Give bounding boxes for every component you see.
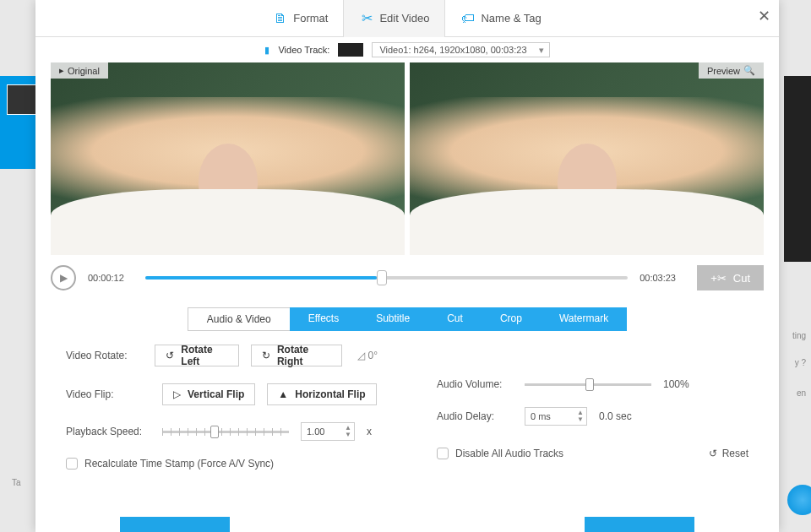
original-pane: ▸ Original xyxy=(51,62,405,255)
tab-label: Format xyxy=(293,12,328,24)
delay-seconds: 0.0 sec xyxy=(599,410,632,422)
track-thumbnail xyxy=(338,43,363,57)
convert-knob[interactable] xyxy=(787,485,811,515)
recalc-label: Recalculate Time Stamp (Force A/V Sync) xyxy=(84,458,274,470)
rotate-left-icon: ↺ xyxy=(166,350,174,361)
subtab-crop[interactable]: Crop xyxy=(482,307,541,331)
tab-name-tag[interactable]: 🏷 Name & Tag xyxy=(445,0,556,37)
right-column: Audio Volume: 100% Audio Delay: 0 ms▲▼ 0… xyxy=(437,345,748,470)
recalc-checkbox[interactable]: Recalculate Time Stamp (Force A/V Sync) xyxy=(66,458,378,470)
speed-input[interactable]: 1.00▲▼ xyxy=(301,422,355,441)
close-icon[interactable]: ✕ xyxy=(758,7,770,25)
angle-icon: ◿ xyxy=(357,350,365,361)
delay-input[interactable]: 0 ms▲▼ xyxy=(525,407,587,426)
track-value: Video1: h264, 1920x1080, 00:03:23 xyxy=(379,45,526,55)
left-column: Video Rotate: ↺Rotate Left ↻Rotate Right… xyxy=(66,345,378,470)
scissors-icon: +✂ xyxy=(710,272,727,285)
vflip-icon: ▷ xyxy=(173,388,181,400)
video-track-row: ▮ Video Track: Video1: h264, 1920x1080, … xyxy=(35,37,779,62)
playback-controls: ▶ 00:00:12 00:03:23 +✂ Cut xyxy=(35,255,779,306)
play-button[interactable]: ▶ xyxy=(51,265,76,290)
edit-subtabs: Audio & Video Effects Subtitle Cut Crop … xyxy=(35,307,779,331)
reset-button[interactable]: ↺ Reset xyxy=(709,448,748,459)
subtab-cut[interactable]: Cut xyxy=(428,307,482,331)
seek-progress xyxy=(145,276,377,280)
current-time: 00:00:12 xyxy=(88,273,133,283)
subtab-subtitle[interactable]: Subtitle xyxy=(357,307,428,331)
video-track-label: Video Track: xyxy=(278,45,329,55)
top-tabbar: 🗎 Format ✂ Edit Video 🏷 Name & Tag ✕ xyxy=(35,0,779,37)
right-thumbnail xyxy=(784,76,811,262)
playback-speed-label: Playback Speed: xyxy=(66,426,150,437)
footer-buttons xyxy=(35,517,779,532)
tag-icon: 🏷 xyxy=(460,11,476,26)
cut-label: Cut xyxy=(733,272,750,285)
subtab-watermark[interactable]: Watermark xyxy=(541,307,627,331)
subtab-effects[interactable]: Effects xyxy=(290,307,357,331)
audio-volume-label: Audio Volume: xyxy=(437,378,513,390)
rotate-right-icon: ↻ xyxy=(262,350,270,361)
thumbnail[interactable] xyxy=(7,84,37,115)
format-icon: 🗎 xyxy=(273,11,288,26)
seek-handle[interactable] xyxy=(377,270,387,285)
footer-button-right[interactable] xyxy=(585,517,694,532)
reset-label: Reset xyxy=(722,448,748,459)
edit-video-modal: 🗎 Format ✂ Edit Video 🏷 Name & Tag ✕ ▮ V… xyxy=(35,0,779,532)
rotate-right-button[interactable]: ↻Rotate Right xyxy=(251,345,342,366)
disable-audio-checkbox[interactable]: Disable All Audio Tracks xyxy=(437,448,563,459)
rotate-degrees: ◿0° xyxy=(357,350,378,361)
horizontal-flip-button[interactable]: ▲Horizontal Flip xyxy=(267,383,376,405)
edit-video-icon: ✂ xyxy=(359,11,374,26)
video-flip-label: Video Flip: xyxy=(66,388,150,400)
subtab-audio-video[interactable]: Audio & Video xyxy=(188,307,290,331)
speed-suffix: x xyxy=(367,426,372,437)
bg-text: en xyxy=(797,388,806,398)
checkbox-icon xyxy=(66,458,78,470)
settings-body: Video Rotate: ↺Rotate Left ↻Rotate Right… xyxy=(35,345,779,478)
hflip-icon: ▲ xyxy=(278,388,288,400)
bg-text: y ? xyxy=(795,358,806,367)
bg-text: ting xyxy=(792,331,806,340)
spinner-icon[interactable]: ▲▼ xyxy=(577,410,584,423)
video-rotate-label: Video Rotate: xyxy=(66,350,143,361)
footer-button-left[interactable] xyxy=(120,517,230,532)
disable-audio-label: Disable All Audio Tracks xyxy=(455,448,563,459)
spinner-icon[interactable]: ▲▼ xyxy=(345,425,351,438)
checkbox-icon xyxy=(437,448,449,459)
film-icon: ▮ xyxy=(264,45,269,56)
tab-edit-video[interactable]: ✂ Edit Video xyxy=(343,0,445,37)
tab-format[interactable]: 🗎 Format xyxy=(258,0,343,37)
reset-icon: ↺ xyxy=(709,448,717,459)
preview-pane: Preview 🔍 xyxy=(410,62,764,255)
tab-label: Edit Video xyxy=(379,12,429,24)
vertical-flip-button[interactable]: ▷Vertical Flip xyxy=(162,383,255,405)
audio-delay-label: Audio Delay: xyxy=(437,410,513,422)
original-badge: ▸ Original xyxy=(51,62,108,79)
cut-button[interactable]: +✂ Cut xyxy=(697,265,764,290)
preview-badge: Preview 🔍 xyxy=(699,62,764,79)
bg-text: Ta xyxy=(12,478,21,487)
seek-bar[interactable] xyxy=(145,276,628,280)
video-track-select[interactable]: Video1: h264, 1920x1080, 00:03:23 xyxy=(372,42,549,57)
preview-area: ▸ Original Preview 🔍 xyxy=(35,62,779,255)
total-time: 00:03:23 xyxy=(640,273,685,283)
rotate-left-button[interactable]: ↺Rotate Left xyxy=(155,345,239,366)
tab-label: Name & Tag xyxy=(481,12,541,24)
volume-value: 100% xyxy=(663,378,689,390)
volume-slider[interactable] xyxy=(525,383,651,386)
speed-slider[interactable] xyxy=(162,431,289,433)
